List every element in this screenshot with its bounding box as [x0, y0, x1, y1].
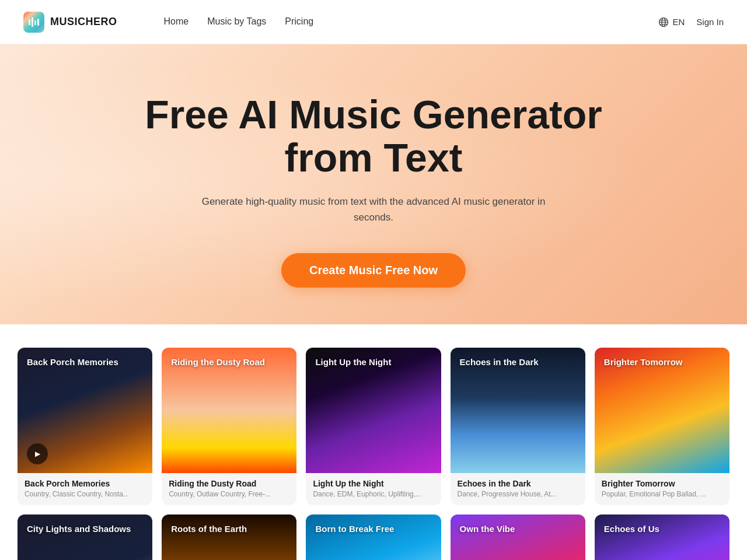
- nav-music-by-tags[interactable]: Music by Tags: [207, 16, 266, 27]
- language-label: EN: [672, 17, 685, 27]
- card-city-lights[interactable]: City Lights and Shadows City Lights and …: [18, 514, 152, 560]
- music-row-2: City Lights and Shadows City Lights and …: [18, 514, 729, 560]
- card-overlay-title-roots: Roots of the Earth: [171, 524, 247, 534]
- navbar: MUSICHERO Home Music by Tags Pricing EN …: [0, 0, 747, 44]
- hero-section: Free AI Music Generator from Text Genera…: [0, 44, 747, 324]
- logo-icon: [23, 12, 44, 33]
- card-back-porch[interactable]: Back Porch Memories ▶ Back Porch Memorie…: [18, 348, 152, 505]
- card-overlay-title-echoes-us: Echoes of Us: [604, 524, 659, 534]
- card-overlay-title-brighter: Brighter Tomorrow: [604, 357, 683, 367]
- card-own-vibe[interactable]: Own the Vibe Own the Vibe Hip-Hop, Urban…: [451, 514, 585, 560]
- card-light-up[interactable]: Light Up the Night Light Up the Night Da…: [306, 348, 441, 505]
- card-overlay-title-dusty-road: Riding the Dusty Road: [171, 357, 265, 367]
- nav-right: EN Sign In: [658, 17, 724, 27]
- nav-left: MUSICHERO Home Music by Tags Pricing: [23, 0, 337, 44]
- card-info-echoes-dark: Echoes in the Dark Dance, Progressive Ho…: [451, 473, 585, 505]
- logo[interactable]: MUSICHERO: [23, 12, 117, 33]
- music-section: Back Porch Memories ▶ Back Porch Memorie…: [0, 324, 747, 560]
- svg-rect-0: [29, 19, 30, 25]
- card-dusty-road[interactable]: Riding the Dusty Road Riding the Dusty R…: [162, 348, 296, 505]
- nav-home[interactable]: Home: [164, 16, 189, 27]
- card-roots[interactable]: Roots of the Earth Roots of the Earth Fo…: [162, 514, 296, 560]
- card-overlay-title-city-lights: City Lights and Shadows: [27, 524, 131, 534]
- nav-pricing[interactable]: Pricing: [285, 16, 313, 27]
- card-image-city-lights: [18, 514, 152, 560]
- card-echoes-dark[interactable]: Echoes in the Dark Echoes in the Dark Da…: [451, 348, 585, 505]
- card-overlay-title-echoes-dark: Echoes in the Dark: [460, 357, 539, 367]
- svg-rect-3: [37, 19, 39, 26]
- card-overlay-title-light-up: Light Up the Night: [315, 357, 391, 367]
- card-image-roots: [162, 514, 296, 560]
- card-overlay-title-born-break: Born to Break Free: [315, 524, 394, 534]
- hero-subtitle: Generate high-quality music from text wi…: [193, 194, 554, 225]
- card-image-born-break: [306, 514, 441, 560]
- sign-in-button[interactable]: Sign In: [696, 17, 724, 27]
- logo-text: MUSICHERO: [50, 16, 117, 28]
- cta-button[interactable]: Create Music Free Now: [281, 253, 466, 288]
- card-name-dusty-road: Riding the Dusty Road: [169, 479, 289, 488]
- card-tags-brighter: Popular, Emotional Pop Ballad, ...: [602, 490, 722, 498]
- card-name-brighter: Brighter Tomorrow: [602, 479, 722, 488]
- hero-title: Free AI Music Generator from Text: [111, 93, 636, 180]
- card-overlay-title-own-vibe: Own the Vibe: [460, 524, 515, 534]
- card-info-brighter: Brighter Tomorrow Popular, Emotional Pop…: [595, 473, 729, 505]
- nav-links: Home Music by Tags Pricing: [141, 0, 337, 44]
- card-info-back-porch: Back Porch Memories Country, Classic Cou…: [18, 473, 152, 505]
- language-button[interactable]: EN: [658, 17, 685, 27]
- play-button-back-porch[interactable]: ▶: [27, 443, 48, 464]
- card-name-echoes-dark: Echoes in the Dark: [458, 479, 578, 488]
- card-image-echoes-us: [595, 514, 729, 560]
- card-born-break[interactable]: Born to Break Free Born to Break Free Ro…: [306, 514, 441, 560]
- card-overlay-title-back-porch: Back Porch Memories: [27, 357, 118, 367]
- svg-rect-1: [32, 18, 33, 27]
- globe-icon: [658, 17, 669, 27]
- svg-rect-2: [34, 20, 36, 25]
- music-row-1: Back Porch Memories ▶ Back Porch Memorie…: [18, 348, 729, 505]
- card-tags-dusty-road: Country, Outlaw Country, Free-...: [169, 490, 289, 498]
- card-tags-back-porch: Country, Classic Country, Nosta...: [25, 490, 145, 498]
- card-tags-echoes-dark: Dance, Progressive House, At...: [458, 490, 578, 498]
- card-info-light-up: Light Up the Night Dance, EDM, Euphoric,…: [306, 473, 441, 505]
- card-info-dusty-road: Riding the Dusty Road Country, Outlaw Co…: [162, 473, 296, 505]
- card-name-light-up: Light Up the Night: [313, 479, 434, 488]
- card-image-own-vibe: [451, 514, 585, 560]
- card-brighter[interactable]: Brighter Tomorrow Brighter Tomorrow Popu…: [595, 348, 729, 505]
- card-name-back-porch: Back Porch Memories: [25, 479, 145, 488]
- card-tags-light-up: Dance, EDM, Euphoric, Uplifting,...: [313, 490, 434, 498]
- card-echoes-us[interactable]: Echoes of Us Echoes of Us Pop, Romantic,…: [595, 514, 729, 560]
